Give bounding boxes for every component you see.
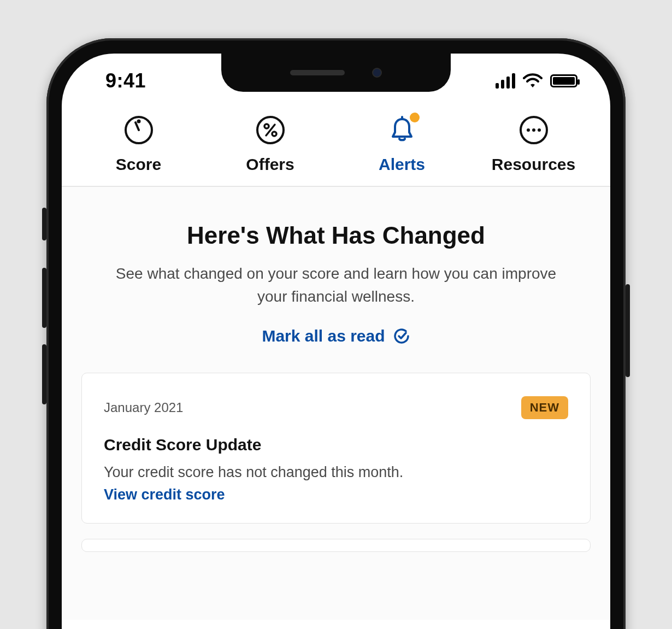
view-credit-score-link[interactable]: View credit score [104,486,568,503]
check-circle-icon [393,327,410,345]
tab-score[interactable]: Score [73,114,204,174]
svg-point-4 [264,124,269,128]
mark-all-read-label: Mark all as read [262,327,385,345]
percent-icon [255,115,286,145]
alerts-content: Here's What Has Changed See what changed… [62,187,610,620]
phone-screen: 9:41 [62,54,610,629]
new-badge: NEW [521,396,568,419]
battery-icon [550,74,577,87]
status-time: 9:41 [105,69,146,92]
svg-point-5 [272,132,276,136]
alert-title: Credit Score Update [104,436,568,454]
phone-power-button [626,284,630,377]
phone-frame: 9:41 [46,38,626,629]
svg-line-6 [266,125,275,136]
alert-card[interactable] [81,539,591,552]
svg-point-10 [532,128,535,132]
phone-camera [372,68,382,78]
tab-alerts[interactable]: Alerts [336,114,468,174]
alert-date: January 2021 [104,400,183,415]
page-subheading: See what changed on your score and learn… [112,262,560,308]
page-heading: Here's What Has Changed [78,222,594,249]
phone-volume-down-button [42,344,46,404]
phone-speaker [290,70,345,75]
mark-all-read-button[interactable]: Mark all as read [78,327,594,345]
tab-label: Resources [492,155,575,174]
tab-label: Score [116,155,161,174]
phone-notch [221,54,451,92]
tab-label: Offers [246,155,294,174]
alert-body: Your credit score has not changed this m… [104,464,568,481]
tab-offers[interactable]: Offers [204,114,336,174]
tab-resources[interactable]: Resources [468,114,599,174]
gauge-icon [123,115,154,145]
notification-dot-icon [410,113,420,122]
status-icons [496,73,577,89]
tab-nav: Score Offers [62,103,610,187]
svg-point-9 [527,128,530,132]
phone-side-button [42,208,46,240]
svg-point-1 [137,120,140,124]
svg-point-11 [538,128,541,132]
tab-label: Alerts [379,155,425,174]
phone-volume-up-button [42,268,46,328]
svg-line-2 [135,122,139,130]
wifi-icon [523,73,543,89]
alert-card[interactable]: January 2021 NEW Credit Score Update You… [81,373,591,524]
more-icon [518,115,549,145]
cellular-signal-icon [496,73,515,89]
